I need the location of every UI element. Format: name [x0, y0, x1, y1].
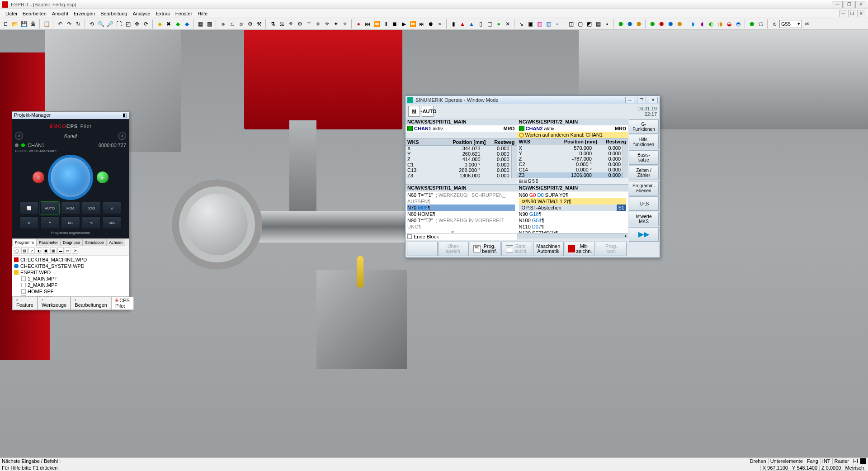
- t2-icon[interactable]: ▲: [458, 20, 467, 28]
- wcs-apply-icon[interactable]: ⏎: [803, 20, 811, 28]
- save-icon[interactable]: 💾: [20, 20, 28, 28]
- sim-prev-icon[interactable]: ⏪: [373, 20, 381, 28]
- bottom-softkey[interactable]: Maschinen Automatik: [533, 242, 564, 256]
- pm-mt1[interactable]: ▢: [14, 247, 20, 254]
- undo-icon[interactable]: ↶: [56, 20, 64, 28]
- c3-icon[interactable]: ⬣: [635, 20, 643, 28]
- mill5-icon[interactable]: ⚚: [305, 20, 313, 28]
- pan-icon[interactable]: ✥: [133, 20, 141, 28]
- mill4-icon[interactable]: ⚙: [296, 20, 304, 28]
- c4-icon[interactable]: ⬢: [648, 20, 656, 28]
- pm-btn-m1[interactable]: M1: [61, 216, 80, 229]
- bottom-softkey[interactable]: NCProg. beeinf.: [470, 242, 500, 256]
- menu-bearbeitung[interactable]: Bearbeitung: [98, 10, 130, 17]
- pm-start-button[interactable]: ▶: [97, 171, 108, 183]
- t6-icon[interactable]: ●: [495, 20, 503, 28]
- tree-item[interactable]: HOME.SPF: [14, 288, 127, 295]
- mill9-icon[interactable]: ✧: [341, 20, 349, 28]
- mill6-icon[interactable]: ⚛: [314, 20, 322, 28]
- rotate-icon[interactable]: ⟳: [142, 20, 150, 28]
- p1-icon[interactable]: ◗: [689, 20, 697, 28]
- shade-icon[interactable]: ▩: [205, 20, 213, 28]
- tree-item[interactable]: 1_MAIN.MPF: [14, 276, 127, 282]
- status-drehen[interactable]: Drehen: [748, 458, 769, 464]
- new-icon[interactable]: 🗋: [2, 20, 10, 28]
- s4-icon[interactable]: ▥: [544, 20, 552, 28]
- mdi-restore-button[interactable]: ❐: [848, 10, 856, 17]
- p2-icon[interactable]: ◖: [698, 20, 706, 28]
- pm-mt2[interactable]: ▤: [21, 247, 28, 254]
- c2-icon[interactable]: ⬣: [626, 20, 634, 28]
- sn-ch1-nc[interactable]: N60 T="T1" ; WERKZEUG: SCHRUPPEN_AUSSEN¶…: [406, 191, 517, 233]
- v4-icon[interactable]: ▤: [594, 20, 602, 28]
- menu-ansicht[interactable]: Ansicht: [49, 10, 71, 17]
- pm-mt3[interactable]: ↗: [28, 247, 35, 254]
- op1-icon[interactable]: ⎈: [219, 20, 227, 28]
- refresh-icon[interactable]: ⟲: [88, 20, 96, 28]
- pm-tab-programm[interactable]: Programm: [12, 239, 37, 246]
- pm-btn-sbl[interactable]: SBL: [103, 216, 122, 229]
- pm-btn-wave[interactable]: ∿: [82, 216, 101, 229]
- pm-tab-parameter[interactable]: Parameter: [36, 239, 61, 246]
- s3-icon[interactable]: ▥: [535, 20, 543, 28]
- softkey[interactable]: Programm- ebenen: [629, 181, 659, 195]
- sn-ch2-scrollbar[interactable]: [623, 145, 628, 178]
- pm-tree[interactable]: CHECKITB4_MACHINE.WPDCHECKITB4_SYSTEM.WP…: [12, 256, 129, 296]
- tree-item[interactable]: ESPRIT.WPD: [14, 269, 127, 276]
- v3-icon[interactable]: ◩: [585, 20, 593, 28]
- t3-icon[interactable]: ▲: [467, 20, 476, 28]
- pm-mode-jog[interactable]: JOG: [82, 202, 101, 214]
- c7-icon[interactable]: ⬢: [675, 20, 684, 28]
- sn-mode-m[interactable]: M: [408, 106, 420, 117]
- pm-kanal-next[interactable]: ›: [118, 132, 126, 140]
- s1-icon[interactable]: ↘: [517, 20, 525, 28]
- pm-mode-graph[interactable]: 📈: [19, 202, 38, 214]
- softkey[interactable]: Zeiten / Zähler: [629, 166, 659, 180]
- status-int[interactable]: INT: [820, 458, 833, 464]
- pm-mode-mda[interactable]: MDA: [61, 202, 80, 214]
- redo2-icon[interactable]: ↻: [74, 20, 82, 28]
- sn-titlebar[interactable]: SINUMERIK Operate - Window Mode — ❐ ✕: [406, 96, 660, 104]
- p6-icon[interactable]: ◓: [734, 20, 742, 28]
- pm-titlebar[interactable]: Projekt-Manager ◧: [12, 112, 129, 119]
- mdi-close-button[interactable]: ✕: [857, 10, 865, 17]
- mill8-icon[interactable]: ✦: [332, 20, 340, 28]
- sn-ch2-hscroll[interactable]: ▸: [517, 233, 628, 238]
- layer-del-icon[interactable]: ✖: [165, 20, 173, 28]
- cube-icon[interactable]: ⬟: [748, 20, 756, 28]
- redo-icon[interactable]: ↷: [65, 20, 73, 28]
- pm-mt9[interactable]: ⟳: [72, 247, 78, 254]
- status-fang[interactable]: Fang: [805, 458, 821, 464]
- s2-icon[interactable]: ▣: [526, 20, 534, 28]
- project-manager-window[interactable]: Projekt-Manager ◧ EMCOCPS Pilot ‹ Kanal …: [12, 111, 129, 310]
- pm-stop-button[interactable]: ⦸: [33, 171, 44, 183]
- softkey[interactable]: T,F,S: [629, 196, 659, 211]
- pm-btab-feature[interactable]: ▫ Feature: [12, 297, 38, 310]
- sim-play-icon[interactable]: ▶: [400, 20, 408, 28]
- pm-btn-reset[interactable]: ⚬: [40, 216, 59, 229]
- c6-icon[interactable]: ⬢: [666, 20, 675, 28]
- status-color-swatch[interactable]: [860, 458, 866, 464]
- sn-ch2-nc[interactable]: N60 G0 D0 SUPA Y0¶ ⟳/N80 WAITM(1,1,2)¶ O…: [517, 191, 628, 233]
- sim-speed-icon[interactable]: ≈: [436, 20, 444, 28]
- mdi-minimize-button[interactable]: —: [839, 10, 847, 17]
- copy-icon[interactable]: 📋: [42, 20, 51, 28]
- wcs-combo[interactable]: G55▾: [779, 20, 802, 28]
- v5-icon[interactable]: ▪: [603, 20, 611, 28]
- checkbox-icon[interactable]: [407, 234, 412, 239]
- softkey[interactable]: Istwerte MKS: [629, 212, 659, 226]
- status-unterelemente[interactable]: Unterelemente: [768, 458, 805, 464]
- softkey[interactable]: Basis- sätze: [629, 150, 659, 165]
- menu-bearbeiten[interactable]: Bearbeiten: [20, 10, 49, 17]
- p3-icon[interactable]: ◐: [707, 20, 715, 28]
- layer-y-icon[interactable]: ◆: [156, 20, 164, 28]
- zoom-in-icon[interactable]: 🔍: [97, 20, 105, 28]
- menu-analyse[interactable]: Analyse: [130, 10, 153, 17]
- iso-icon[interactable]: ⬠: [757, 20, 765, 28]
- sn-close-button[interactable]: ✕: [649, 97, 658, 103]
- pm-mt8[interactable]: ▭: [65, 247, 71, 254]
- layer-g-icon[interactable]: ◆: [174, 20, 182, 28]
- status-hi[interactable]: HI: [851, 458, 860, 464]
- tree-item[interactable]: CHECKITB4_MACHINE.WPD: [14, 257, 127, 263]
- menu-datei[interactable]: Datei: [3, 10, 20, 17]
